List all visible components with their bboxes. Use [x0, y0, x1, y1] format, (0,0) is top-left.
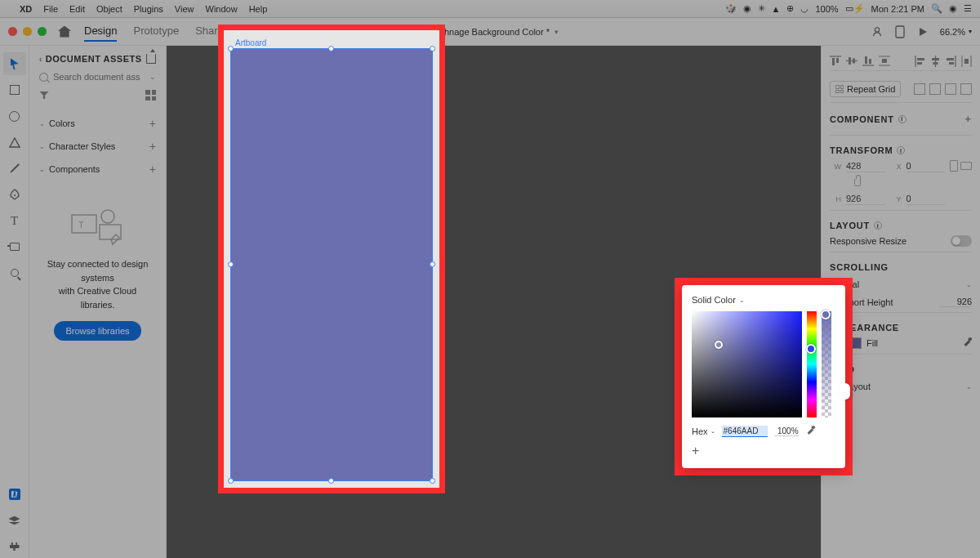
menu-plugins[interactable]: Plugins: [134, 4, 163, 14]
spotlight-icon[interactable]: 🔍: [931, 3, 942, 14]
home-icon[interactable]: [58, 26, 71, 38]
repeat-grid-button[interactable]: Repeat Grid: [830, 81, 901, 97]
menu-window[interactable]: Window: [206, 4, 238, 14]
menu-help[interactable]: Help: [249, 4, 268, 14]
portrait-orientation-icon[interactable]: [950, 160, 958, 172]
assets-section-colors[interactable]: ⌄Colors+: [39, 112, 156, 135]
resize-handle[interactable]: [228, 46, 234, 51]
assets-section-components[interactable]: ⌄Components+: [39, 158, 156, 181]
rectangle-tool[interactable]: [3, 78, 26, 101]
distribute-v-icon[interactable]: [879, 56, 890, 66]
publish-library-icon[interactable]: [146, 54, 156, 64]
info-icon[interactable]: i: [874, 221, 882, 230]
status-icon[interactable]: ▲: [772, 4, 781, 14]
resize-handle[interactable]: [430, 478, 435, 484]
width-input[interactable]: 428: [846, 160, 885, 172]
wifi-icon[interactable]: ◡: [800, 3, 808, 14]
height-input[interactable]: 926: [846, 193, 885, 205]
add-charstyle-button[interactable]: +: [149, 140, 156, 153]
resize-handle[interactable]: [228, 261, 234, 267]
zoom-level[interactable]: 66.2%▾: [940, 27, 972, 37]
color-field-cursor[interactable]: [715, 341, 723, 349]
boolean-intersect-icon[interactable]: [945, 83, 956, 95]
status-icon[interactable]: ◉: [743, 3, 751, 14]
app-name-menu[interactable]: XD: [20, 4, 32, 14]
status-icon[interactable]: ✳: [758, 3, 765, 14]
assets-section-charstyles[interactable]: ⌄Character Styles+: [39, 135, 156, 158]
landscape-orientation-icon[interactable]: [960, 162, 972, 170]
color-mode-select[interactable]: Solid Color⌄: [692, 295, 835, 305]
filter-icon[interactable]: [39, 92, 49, 100]
color-format-select[interactable]: Hex⌄: [692, 426, 715, 436]
x-input[interactable]: 0: [906, 160, 946, 172]
boolean-subtract-icon[interactable]: [929, 83, 941, 95]
close-window-button[interactable]: [8, 27, 17, 36]
align-vcenter-icon[interactable]: [846, 56, 858, 66]
pen-tool[interactable]: [3, 183, 26, 206]
eyedropper-icon[interactable]: [962, 338, 972, 348]
viewport-height-input[interactable]: 926: [939, 297, 972, 307]
line-tool[interactable]: [3, 157, 26, 180]
info-icon[interactable]: i: [897, 146, 905, 154]
menubar-clock[interactable]: Mon 2:21 PM: [871, 4, 924, 14]
resize-handle[interactable]: [328, 46, 334, 51]
resize-handle[interactable]: [430, 261, 435, 267]
siri-icon[interactable]: ◉: [949, 3, 957, 14]
resize-handle[interactable]: [228, 478, 234, 484]
align-left-icon[interactable]: [915, 56, 925, 67]
libraries-panel-icon[interactable]: [3, 483, 26, 506]
artboard-tool[interactable]: [3, 235, 26, 258]
y-input[interactable]: 0: [906, 193, 946, 205]
responsive-resize-toggle[interactable]: [951, 235, 972, 247]
maximize-window-button[interactable]: [38, 27, 47, 36]
artboard[interactable]: Artboard: [224, 30, 439, 488]
hue-slider[interactable]: [807, 311, 817, 417]
plugins-panel-icon[interactable]: [3, 535, 26, 558]
align-right-icon[interactable]: [946, 56, 956, 67]
lock-aspect-icon[interactable]: [854, 179, 861, 186]
boolean-add-icon[interactable]: [914, 83, 925, 95]
browse-libraries-button[interactable]: Browse libraries: [54, 321, 140, 341]
select-tool[interactable]: [3, 52, 26, 75]
add-component-button[interactable]: +: [149, 163, 156, 176]
add-component-button[interactable]: +: [965, 113, 972, 125]
color-field[interactable]: [692, 311, 802, 417]
add-swatch-button[interactable]: +: [692, 444, 835, 458]
chevron-down-icon[interactable]: ⌄: [149, 73, 156, 81]
resize-handle[interactable]: [328, 478, 334, 484]
battery-icon[interactable]: ▭⚡: [845, 3, 865, 14]
grid-type-select[interactable]: Layout⌄: [844, 379, 972, 394]
assets-search-input[interactable]: [53, 72, 145, 82]
user-avatar-icon[interactable]: [871, 26, 883, 38]
grid-view-icon[interactable]: [145, 90, 156, 100]
tab-prototype[interactable]: Prototype: [133, 21, 179, 42]
eyedropper-icon[interactable]: [805, 426, 815, 436]
alpha-slider-thumb[interactable]: [821, 310, 831, 319]
menu-file[interactable]: File: [43, 4, 58, 14]
status-icon[interactable]: 🎲: [725, 3, 737, 14]
hex-input[interactable]: [722, 426, 768, 437]
menu-object[interactable]: Object: [96, 4, 122, 14]
artboard-background[interactable]: [230, 48, 433, 481]
artboard-label[interactable]: Artboard: [235, 38, 266, 47]
assets-panel-header[interactable]: ‹DOCUMENT ASSETS: [39, 54, 142, 64]
play-preview-icon[interactable]: [917, 26, 929, 38]
control-center-icon[interactable]: ☰: [964, 3, 972, 14]
polygon-tool[interactable]: [3, 131, 26, 154]
info-icon[interactable]: i: [898, 115, 906, 123]
resize-handle[interactable]: [430, 46, 435, 51]
ellipse-tool[interactable]: [3, 105, 26, 127]
hue-slider-thumb[interactable]: [806, 344, 816, 354]
add-color-button[interactable]: +: [149, 117, 156, 130]
boolean-exclude-icon[interactable]: [960, 83, 972, 95]
status-icon[interactable]: ⊕: [786, 3, 794, 14]
align-hcenter-icon[interactable]: [930, 56, 941, 67]
layers-panel-icon[interactable]: [3, 509, 26, 532]
opacity-input[interactable]: 100%: [774, 426, 799, 436]
mobile-preview-icon[interactable]: [894, 26, 906, 38]
alpha-slider[interactable]: [822, 311, 831, 417]
text-tool[interactable]: T: [3, 209, 26, 232]
menu-view[interactable]: View: [175, 4, 194, 14]
assets-search[interactable]: ⌄: [39, 72, 156, 82]
align-top-icon[interactable]: [830, 56, 841, 66]
